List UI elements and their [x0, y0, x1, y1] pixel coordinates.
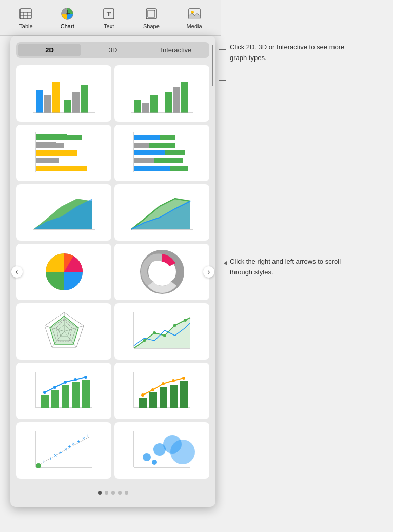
svg-point-94 [162, 382, 165, 385]
svg-point-93 [151, 388, 154, 391]
svg-rect-89 [160, 387, 167, 408]
text-icon: T [102, 7, 116, 21]
svg-rect-44 [165, 150, 185, 155]
annotation-middle: Click the right and left arrows to scrol… [230, 257, 353, 278]
svg-rect-16 [44, 95, 51, 113]
svg-rect-33 [36, 135, 82, 140]
chart-cell-pie[interactable] [16, 244, 111, 300]
svg-text:×: × [82, 435, 85, 441]
annotation-top: Click 2D, 3D or Interactive to see more … [230, 42, 353, 64]
svg-rect-17 [52, 82, 60, 113]
svg-rect-87 [139, 398, 147, 408]
toolbar-item-text[interactable]: T Text [95, 3, 122, 33]
toolbar-item-media[interactable]: Media [181, 3, 208, 33]
svg-rect-41 [134, 143, 149, 148]
tab-2d[interactable]: 2D [18, 44, 81, 56]
svg-point-110 [36, 463, 41, 468]
toolbar-item-chart[interactable]: Chart [54, 3, 81, 33]
svg-point-72 [184, 319, 187, 322]
toolbar-text-label: Text [104, 23, 114, 29]
chart-cell-bubble[interactable] [114, 422, 209, 479]
chart-icon [60, 7, 74, 21]
svg-rect-22 [134, 100, 141, 113]
svg-text:×: × [64, 446, 67, 452]
svg-point-80 [43, 391, 46, 394]
page-dots [10, 486, 215, 497]
svg-point-71 [173, 324, 176, 327]
shape-icon [144, 7, 159, 21]
svg-rect-18 [64, 100, 71, 113]
svg-point-117 [152, 460, 157, 465]
chart-cell-horizontal-bar[interactable] [16, 125, 111, 181]
dot-2[interactable] [105, 491, 108, 495]
chart-cell-line-scatter[interactable] [114, 303, 209, 360]
media-icon [187, 7, 202, 21]
svg-point-84 [84, 376, 87, 379]
svg-text:T: T [107, 10, 111, 18]
svg-point-95 [172, 379, 175, 382]
dot-4[interactable] [118, 491, 122, 495]
dot-3[interactable] [111, 491, 115, 495]
nav-arrow-left[interactable]: ‹ [11, 266, 23, 278]
toolbar-item-shape[interactable]: Shape [137, 3, 166, 33]
svg-rect-91 [180, 381, 188, 408]
svg-rect-23 [142, 103, 149, 113]
svg-marker-64 [50, 316, 78, 344]
svg-point-82 [64, 381, 67, 384]
svg-point-70 [163, 334, 166, 337]
svg-rect-78 [72, 382, 80, 408]
chart-cell-mixed-bar-line[interactable] [16, 363, 111, 419]
svg-rect-24 [150, 95, 158, 113]
svg-rect-45 [134, 158, 154, 163]
chart-cell-area[interactable] [16, 184, 111, 241]
svg-text:+: + [77, 438, 80, 444]
toolbar-shape-label: Shape [143, 23, 160, 29]
svg-rect-12 [148, 10, 155, 17]
svg-rect-25 [165, 92, 172, 113]
svg-text:+: + [68, 443, 71, 449]
svg-rect-20 [81, 85, 88, 113]
svg-point-116 [170, 440, 195, 464]
chart-cell-donut[interactable] [114, 244, 209, 300]
toolbar-media-label: Media [187, 23, 202, 29]
svg-text:×: × [72, 441, 75, 447]
chart-grid: + + × + × + × + × + [10, 60, 215, 484]
svg-point-69 [153, 331, 156, 334]
svg-rect-36 [36, 158, 59, 163]
svg-rect-26 [173, 87, 180, 113]
dot-5[interactable] [125, 491, 128, 495]
svg-rect-43 [134, 150, 165, 155]
svg-text:+: + [59, 449, 62, 456]
toolbar-chart-label: Chart [61, 23, 74, 29]
chart-cell-stacked-bar[interactable] [114, 65, 209, 122]
chart-cell-scatter[interactable]: + + × + × + × + × + [16, 422, 111, 479]
annotation-arrow-top [220, 63, 229, 63]
svg-text:+: + [86, 432, 89, 439]
chart-cell-grouped-bar[interactable] [16, 65, 111, 122]
svg-rect-46 [154, 158, 183, 163]
toolbar-item-table[interactable]: Table [12, 3, 39, 33]
chart-cell-line-area[interactable] [114, 184, 209, 241]
svg-rect-34 [36, 143, 64, 148]
svg-rect-15 [36, 90, 43, 113]
svg-rect-79 [82, 380, 90, 408]
svg-text:+: + [49, 456, 52, 462]
nav-arrow-right[interactable]: › [203, 266, 214, 278]
svg-rect-0 [20, 9, 31, 19]
svg-point-96 [182, 377, 185, 380]
svg-rect-90 [170, 385, 178, 408]
svg-text:×: × [54, 452, 57, 458]
svg-rect-27 [181, 82, 188, 113]
chart-cell-mixed-bar-line2[interactable] [114, 363, 209, 419]
svg-point-83 [74, 378, 77, 381]
svg-point-113 [143, 453, 151, 461]
svg-rect-88 [149, 392, 157, 408]
chart-cell-stacked-horizontal-bar[interactable] [114, 125, 209, 181]
tab-3d[interactable]: 3D [81, 44, 144, 56]
svg-rect-39 [134, 135, 160, 140]
toolbar: Table Chart T Text [0, 0, 221, 36]
svg-rect-37 [36, 166, 87, 171]
dot-1[interactable] [98, 491, 102, 495]
chart-cell-radar[interactable] [16, 303, 111, 360]
tab-interactive[interactable]: Interactive [145, 44, 208, 56]
